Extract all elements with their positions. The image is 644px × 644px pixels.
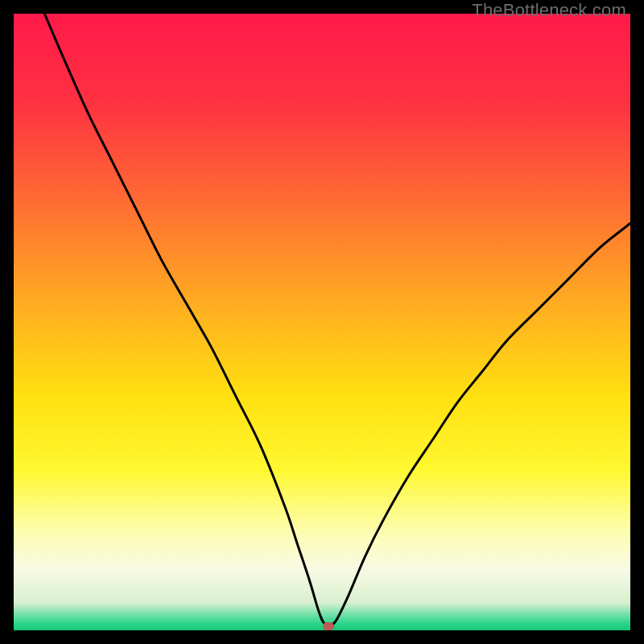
bottleneck-chart [14, 14, 630, 630]
chart-frame [14, 14, 630, 630]
watermark-text: TheBottleneck.com [472, 0, 626, 21]
gradient-background [14, 14, 630, 630]
optimal-point-marker [323, 622, 334, 630]
